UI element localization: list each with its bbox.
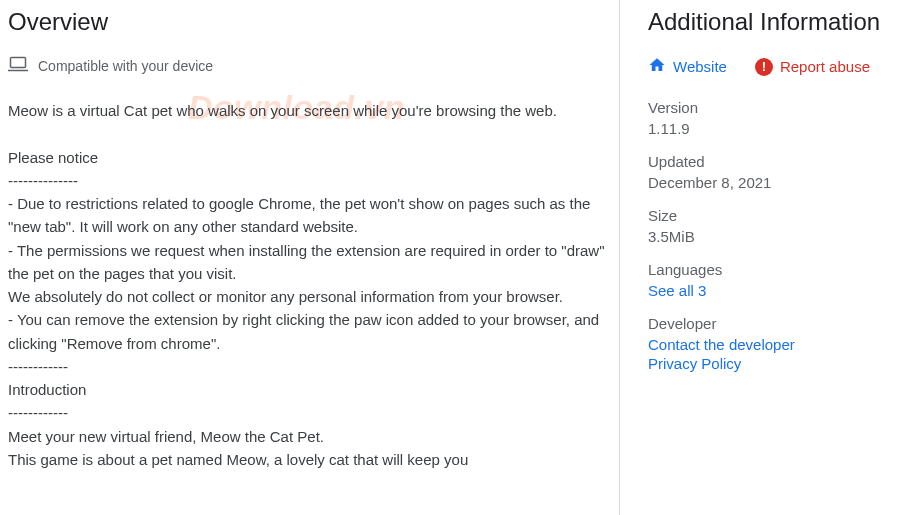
- website-label: Website: [673, 58, 727, 75]
- languages-link[interactable]: See all 3: [648, 282, 907, 299]
- updated-value: December 8, 2021: [648, 174, 907, 191]
- laptop-icon: [8, 56, 28, 75]
- version-block: Version 1.11.9: [648, 99, 907, 137]
- languages-block: Languages See all 3: [648, 261, 907, 299]
- size-block: Size 3.5MiB: [648, 207, 907, 245]
- additional-info-title: Additional Information: [648, 8, 907, 36]
- compatibility-row: Compatible with your device: [8, 56, 609, 75]
- additional-info-section: Additional Information Website ! Report …: [620, 0, 917, 515]
- svg-rect-0: [11, 58, 26, 68]
- report-abuse-label: Report abuse: [780, 58, 870, 75]
- overview-section: Download.vn Overview Compatible with you…: [0, 0, 620, 515]
- version-label: Version: [648, 99, 907, 116]
- contact-developer-link[interactable]: Contact the developer: [648, 336, 907, 353]
- website-link[interactable]: Website: [648, 56, 727, 77]
- privacy-policy-link[interactable]: Privacy Policy: [648, 355, 907, 372]
- overview-title: Overview: [8, 8, 609, 36]
- developer-label: Developer: [648, 315, 907, 332]
- developer-block: Developer Contact the developer Privacy …: [648, 315, 907, 372]
- compatibility-text: Compatible with your device: [38, 58, 213, 74]
- report-abuse-link[interactable]: ! Report abuse: [755, 58, 870, 76]
- version-value: 1.11.9: [648, 120, 907, 137]
- overview-description: Meow is a virtual Cat pet who walks on y…: [8, 99, 609, 471]
- updated-label: Updated: [648, 153, 907, 170]
- alert-icon: !: [755, 58, 773, 76]
- size-value: 3.5MiB: [648, 228, 907, 245]
- size-label: Size: [648, 207, 907, 224]
- languages-label: Languages: [648, 261, 907, 278]
- updated-block: Updated December 8, 2021: [648, 153, 907, 191]
- link-row: Website ! Report abuse: [648, 56, 907, 77]
- home-icon: [648, 56, 666, 77]
